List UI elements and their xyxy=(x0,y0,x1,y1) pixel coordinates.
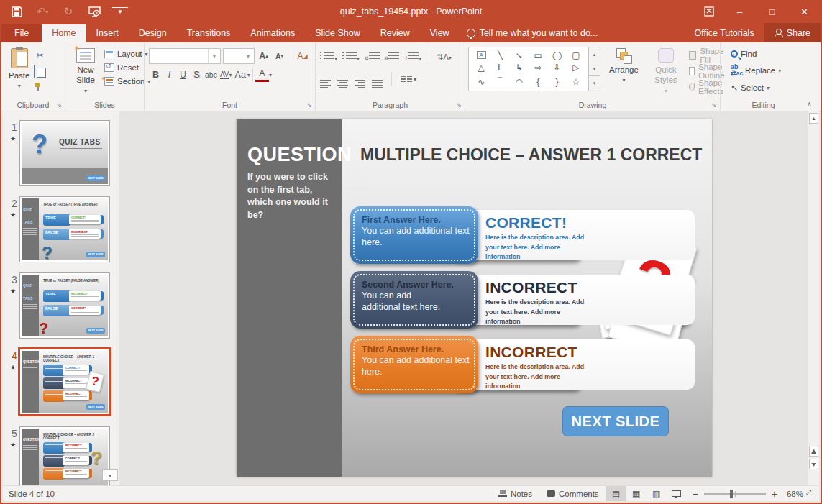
tab-insert[interactable]: Insert xyxy=(86,24,129,42)
find-button[interactable]: Find xyxy=(729,49,803,59)
zoom-level[interactable]: 68% xyxy=(783,490,803,498)
drawing-dialog-launcher[interactable]: ⇘ xyxy=(711,101,717,109)
bold-button[interactable]: B xyxy=(149,68,163,82)
office-tutorials-link[interactable]: Office Tutorials xyxy=(685,28,764,38)
text-shadow-button[interactable]: S xyxy=(190,68,204,82)
slide-counter[interactable]: Slide 4 of 10 xyxy=(3,490,55,498)
answer-3-tab[interactable]: Third Answer Here. You can add additiona… xyxy=(350,336,478,393)
bullets-button[interactable]: ▾ xyxy=(320,50,337,63)
answer-2-result[interactable]: INCORRECT xyxy=(485,279,688,296)
decrease-indent-button[interactable]: « xyxy=(365,52,380,62)
tab-view[interactable]: View xyxy=(420,24,460,42)
answer-2-description[interactable]: Here is the description area. Add your t… xyxy=(485,298,593,327)
columns-button[interactable]: ▾ xyxy=(401,76,416,83)
font-size-combo[interactable]: ▾ xyxy=(223,48,255,64)
tab-transitions[interactable]: Transitions xyxy=(177,24,241,42)
shape-star-icon[interactable]: ☆ xyxy=(567,74,585,89)
question-body[interactable]: If you were to click on the first tab, w… xyxy=(247,171,332,221)
fit-slide-to-window-icon[interactable] xyxy=(805,490,813,498)
underline-button[interactable]: U xyxy=(176,68,190,82)
slideshow-view-button[interactable] xyxy=(667,486,687,501)
increase-indent-button[interactable]: » xyxy=(385,52,400,62)
tab-home[interactable]: Home xyxy=(42,24,86,42)
clear-formatting-icon[interactable]: A◢ xyxy=(296,49,309,63)
next-slide-button[interactable]: NEXT SLIDE xyxy=(562,406,669,436)
answer-2-panel[interactable]: INCORRECT Here is the description area. … xyxy=(470,275,691,325)
slide-thumbnail-2[interactable]: QUIZ TABS TRUE or FALSE? (TRUE ANSWER) T… xyxy=(20,197,109,262)
align-right-button[interactable] xyxy=(355,70,365,88)
clipboard-dialog-launcher[interactable]: ⇘ xyxy=(56,101,62,109)
paragraph-dialog-launcher[interactable]: ⇘ xyxy=(456,101,462,109)
justify-button[interactable] xyxy=(372,70,383,88)
quick-styles-button[interactable]: Quick Styles▾ xyxy=(647,45,685,97)
change-case-button[interactable]: Aa xyxy=(234,68,247,82)
vertical-scrollbar[interactable]: ▲ ▲▬ ▬▼ xyxy=(808,111,819,485)
shape-elbow-icon[interactable]: L xyxy=(490,62,509,75)
font-color-button[interactable]: A xyxy=(255,68,269,82)
next-slide-icon[interactable]: ▬▼ xyxy=(809,459,818,469)
slide-editor[interactable]: QUESTION If you were to click on the fir… xyxy=(237,119,712,477)
shape-right-arrow-icon[interactable]: ⇨ xyxy=(529,62,547,75)
minimize-button[interactable]: – xyxy=(723,0,756,23)
shape-arc-icon[interactable]: ⌒ xyxy=(490,74,509,89)
shapes-gallery-scrollbar[interactable]: ▴ ▾ ▾ xyxy=(589,47,600,91)
shape-freeform-icon[interactable]: ▷ xyxy=(567,62,585,75)
new-slide-button[interactable]: New Slide▾ xyxy=(68,45,103,97)
shape-arrow-icon[interactable]: ↘ xyxy=(510,49,529,62)
font-dialog-launcher[interactable]: ⇘ xyxy=(306,101,312,109)
zoom-slider-thumb[interactable] xyxy=(730,490,733,498)
copy-icon[interactable] xyxy=(34,65,45,78)
thumbnail-scroll-down-icon[interactable]: ▾ xyxy=(102,469,118,481)
shape-down-arrow-icon[interactable]: ⇩ xyxy=(547,62,566,75)
paste-button[interactable]: Paste▾ xyxy=(4,45,34,92)
shape-triangle-icon[interactable]: △ xyxy=(472,62,490,75)
answer-1-tab[interactable]: First Answer Here. You can add additiona… xyxy=(350,206,478,264)
notes-button[interactable]: Notes xyxy=(491,486,539,501)
tab-review[interactable]: Review xyxy=(370,24,420,42)
shapes-gallery[interactable]: A ╲ ↘ ▭ ◯ ▢ △ L ↳ ⇨ ⇩ ▷ ∿ ⌒ ◠ xyxy=(468,47,589,91)
zoom-slider[interactable] xyxy=(704,493,766,495)
slide-thumbnail-5[interactable]: QUESTION MULTIPLE CHOICE – ANSWER 2 CORR… xyxy=(20,427,109,485)
shrink-font-button[interactable]: A▾ xyxy=(273,49,286,63)
question-sidebar[interactable]: QUESTION If you were to click on the fir… xyxy=(237,119,342,477)
slide-thumbnail-1[interactable]: ? QUIZ TABS NEXT SLIDE xyxy=(20,121,109,185)
shape-rectangle-icon[interactable]: ▭ xyxy=(529,49,547,62)
grow-font-button[interactable]: A▴ xyxy=(257,49,270,63)
align-left-button[interactable] xyxy=(320,70,331,88)
shape-right-brace-icon[interactable]: } xyxy=(547,74,566,89)
text-direction-button[interactable]: ⇅A▾ xyxy=(437,52,452,62)
collapse-ribbon-icon[interactable]: ∧ xyxy=(807,100,812,108)
answer-1-description[interactable]: Here is the description area. Add your t… xyxy=(485,233,593,262)
shape-curve-icon[interactable]: ◠ xyxy=(510,74,529,89)
scroll-up-icon[interactable]: ▲ xyxy=(809,113,818,124)
answer-1-panel[interactable]: CORRECT! Here is the description area. A… xyxy=(470,210,691,260)
tab-animations[interactable]: Animations xyxy=(240,24,305,42)
shape-textbox-icon[interactable]: A xyxy=(477,51,486,59)
close-button[interactable]: ✕ xyxy=(788,0,821,23)
arrange-button[interactable]: Arrange▾ xyxy=(605,45,643,86)
zoom-out-icon[interactable]: − xyxy=(693,488,698,500)
question-heading[interactable]: QUESTION xyxy=(247,144,352,166)
shape-scribble-icon[interactable]: ∿ xyxy=(472,74,490,89)
normal-view-button[interactable]: ▤ xyxy=(606,486,626,501)
shape-oval-icon[interactable]: ◯ xyxy=(547,49,566,62)
replace-button[interactable]: ab⇄acReplace▾ xyxy=(729,63,803,78)
answer-1-result[interactable]: CORRECT! xyxy=(485,214,688,232)
shape-line-icon[interactable]: ╲ xyxy=(490,49,509,62)
ribbon-display-options-icon[interactable] xyxy=(695,0,723,23)
zoom-in-icon[interactable]: + xyxy=(772,488,777,500)
tab-slideshow[interactable]: Slide Show xyxy=(305,24,370,42)
slide-title[interactable]: MULTIPLE CHOICE – ANSWER 1 CORRECT xyxy=(360,145,702,165)
shape-left-brace-icon[interactable]: { xyxy=(529,74,547,89)
comments-button[interactable]: Comments xyxy=(539,486,606,501)
answer-2-tab[interactable]: Second Answer Here. You can add addition… xyxy=(350,271,478,329)
shape-rounded-rectangle-icon[interactable]: ▢ xyxy=(567,49,585,62)
slide-thumbnail-3[interactable]: QUIZ TABS TRUE or FALSE? (FALSE ANSWER) … xyxy=(20,273,109,338)
share-button[interactable]: Share xyxy=(764,23,821,42)
answer-3-description[interactable]: Here is the description area. Add your t… xyxy=(485,362,593,392)
tell-me-box[interactable]: Tell me what you want to do... xyxy=(460,24,606,42)
maximize-button[interactable]: □ xyxy=(756,0,788,23)
cut-icon[interactable]: ✂ xyxy=(34,50,45,61)
tab-design[interactable]: Design xyxy=(129,24,177,42)
shapes-more-icon[interactable]: ▾ xyxy=(589,75,600,91)
